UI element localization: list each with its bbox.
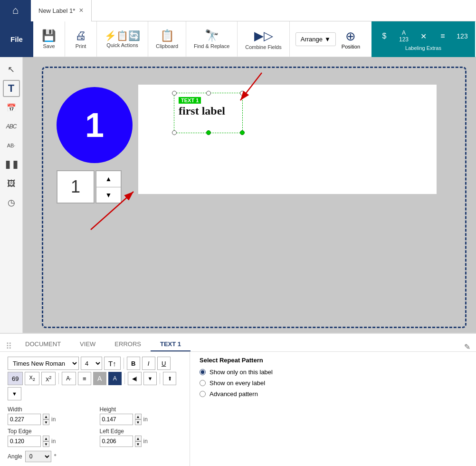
left-edge-unit: in [143,438,148,445]
counter-up-button[interactable]: ▲ [96,171,121,187]
home-icon: ⌂ [12,4,19,17]
quick-actions-group: ⚡📋🔄 Quick Actions [97,21,148,57]
small-text-tool-button[interactable]: AB· [3,137,20,154]
handle-tm[interactable] [206,91,211,96]
file-button[interactable]: File [0,21,33,57]
height-row: Height ▲ ▼ in [100,406,182,425]
find-replace-button[interactable]: 🔭 Find & Replace [190,24,233,55]
height-down-button[interactable]: ▼ [135,419,142,425]
italic-button[interactable]: I [142,357,155,370]
radio-every-label-input[interactable] [200,380,206,386]
valign-button[interactable]: ⬆ [163,372,176,385]
subscript-button[interactable]: X2 [25,372,39,385]
canvas-area[interactable]: 1 1 ▲ ▼ TEXT 1 [23,57,476,333]
tab-text1[interactable]: TEXT 1 [151,338,190,351]
print-button[interactable]: 🖨 Print [69,24,93,55]
handle-bl[interactable] [172,130,177,135]
counter-box: 1 [57,170,95,204]
valign-chevron-button[interactable]: ▼ [8,387,21,400]
arrange-group: Arrange ▼ ⊕ Position [290,21,371,57]
radio-this-label: Show only on this label [200,369,466,376]
clipboard-button[interactable]: 📋 Clipboard [152,24,182,55]
font-grow-button[interactable]: T↑ [104,357,121,370]
labeling-extras-group: $ A123 ✕ ≡ 123 Labeling Extras [371,21,475,57]
separator-3 [124,373,125,384]
combine-fields-group: ▶▷ Combine Fields [238,21,289,57]
extras-btn-5[interactable]: 123 [453,27,471,45]
top-edge-down-button[interactable]: ▼ [43,441,49,447]
top-edge-label: Top Edge [8,428,90,435]
handle-tl[interactable] [172,91,177,96]
home-button[interactable]: ⌂ [0,0,31,21]
curved-text-tool-button[interactable]: ABC [3,118,20,135]
shape-tool-button[interactable]: ◷ [3,194,20,211]
handle-br[interactable] [240,130,245,135]
position-button[interactable]: ⊕ Position [336,24,366,55]
line-spacing-button[interactable]: ≡ [78,372,91,385]
left-edge-input[interactable] [100,436,133,447]
edit-icon[interactable]: ✎ [464,342,470,351]
radio-this-label-input[interactable] [200,369,206,375]
arrange-button[interactable]: Arrange ▼ [295,32,336,46]
text-element[interactable]: TEXT 1 first label [179,97,476,117]
height-up-button[interactable]: ▲ [135,414,142,419]
font-size-select[interactable]: 4 [81,357,102,370]
font-name-select[interactable]: Times New Roman [8,357,79,370]
extras-btn-2[interactable]: A123 [395,27,413,45]
calendar-tool-button[interactable]: 📅 [3,99,20,116]
width-input-row: ▲ ▼ in [8,414,90,425]
width-spinners: ▲ ▼ [43,414,49,425]
image-tool-button[interactable]: 🖼 [3,175,20,192]
tab-document[interactable]: DOCUMENT [16,338,70,351]
width-up-button[interactable]: ▲ [43,414,49,419]
handle-bm[interactable] [206,130,211,135]
width-down-button[interactable]: ▼ [43,419,49,425]
align-left-button[interactable]: ◀| [128,372,142,385]
select-tool-button[interactable]: ↖ [3,61,20,78]
underline-button[interactable]: U [157,357,171,370]
handle-tr[interactable] [240,91,245,96]
properties-section: Times New Roman 4 T↑ B I U 69 [0,352,190,466]
clipboard-icon: 📋 [160,29,174,42]
find-replace-icon: 🔭 [205,29,219,42]
save-icon: 💾 [42,29,56,42]
tab-errors[interactable]: ERRORS [105,338,151,351]
bold-button[interactable]: B [127,357,140,370]
extras-btn-4[interactable]: ≡ [434,27,452,45]
width-row: Width ▲ ▼ in [8,406,90,425]
file-label: File [10,35,23,43]
document-tab[interactable]: New Label 1* × [31,0,92,21]
left-edge-down-button[interactable]: ▼ [135,441,142,447]
strikethrough-button[interactable]: 69 [8,372,23,385]
shape-tool-icon: ◷ [8,197,15,208]
left-edge-up-button[interactable]: ▲ [135,436,142,441]
height-spinners: ▲ ▼ [135,414,142,425]
combine-fields-button[interactable]: ▶▷ Combine Fields [241,24,285,55]
tab-view[interactable]: VIEW [70,338,105,351]
radio-this-label-text: Show only on this label [209,369,273,376]
separator-1 [124,358,124,369]
left-edge-row: Left Edge ▲ ▼ in [100,428,182,447]
counter-down-button[interactable]: ▼ [96,187,121,203]
angle-select[interactable]: 0 [25,451,51,462]
extras-btn-1[interactable]: $ [375,27,393,45]
width-input[interactable] [8,414,41,425]
highlight-button[interactable]: A [93,372,106,385]
superscript-button[interactable]: X2 [41,372,56,385]
top-edge-up-button[interactable]: ▲ [43,436,49,441]
font-color-button[interactable]: A· [62,372,76,385]
char-button[interactable]: A [108,372,122,385]
radio-advanced-input[interactable] [200,391,206,397]
save-button[interactable]: 💾 Save [37,24,61,55]
barcode-tool-button[interactable]: ▐▌▐▌ [3,156,20,173]
align-chevron-button[interactable]: ▼ [143,372,157,385]
radio-advanced: Advanced pattern [200,390,466,398]
extras-btn-3[interactable]: ✕ [414,27,432,45]
quick-actions-button[interactable]: ⚡📋🔄 Quick Actions [101,24,144,55]
tab-close-icon[interactable]: × [79,6,83,15]
top-edge-input[interactable] [8,436,41,447]
font-toolbar: Times New Roman 4 T↑ B I U 69 [8,357,182,400]
height-input[interactable] [100,414,133,425]
text-tool-button[interactable]: T [3,80,20,97]
save-group: 💾 Save [33,21,65,57]
